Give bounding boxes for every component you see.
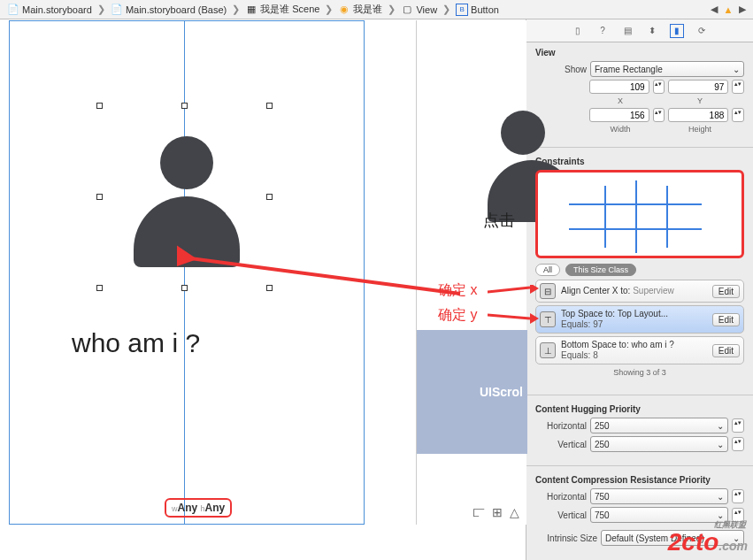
show-label: Show bbox=[535, 65, 587, 74]
storyboard-icon: 📄 bbox=[111, 4, 123, 16]
annotation-x: 确定 x bbox=[438, 281, 477, 300]
w-stepper[interactable]: ▴▾ bbox=[653, 108, 665, 122]
preview-label: 点击 bbox=[483, 210, 515, 231]
chevron-icon: ❯ bbox=[230, 4, 242, 15]
hug-v-stepper[interactable]: ▴▾ bbox=[732, 437, 744, 451]
size-inspector-icon[interactable]: ▮ bbox=[670, 24, 684, 38]
hug-h-stepper[interactable]: ▴▾ bbox=[732, 418, 744, 433]
hug-v-select[interactable]: 250⌄ bbox=[590, 436, 728, 452]
align-icon[interactable]: ⫍ bbox=[473, 505, 485, 519]
edit-button[interactable]: Edit bbox=[712, 313, 740, 326]
warning-icon[interactable]: ▲ bbox=[721, 3, 735, 17]
canvas-area[interactable]: who am i ? wAny hAny ⊞ 点击 UIScrol ⫍⊞△ 确定… bbox=[0, 19, 526, 560]
cr-v-select[interactable]: 750⌄ bbox=[590, 507, 728, 523]
chevron-icon: ❯ bbox=[441, 4, 452, 15]
avatar-button[interactable] bbox=[120, 110, 253, 278]
crumb-1[interactable]: 📄Main.storyboard (Base) bbox=[107, 4, 230, 16]
width-field[interactable] bbox=[589, 108, 649, 122]
view-section-header: View bbox=[535, 48, 744, 58]
h-stepper[interactable]: ▴▾ bbox=[732, 108, 744, 122]
resize-handle[interactable] bbox=[96, 194, 103, 200]
storyboard-canvas[interactable]: who am i ? wAny hAny bbox=[9, 20, 365, 525]
chevron-down-icon: ⌄ bbox=[733, 65, 740, 74]
help-inspector-icon[interactable]: ? bbox=[595, 24, 610, 38]
who-am-i-label[interactable]: who am i ? bbox=[72, 328, 200, 358]
bottom-space-icon: ⊥ bbox=[540, 342, 556, 358]
resize-handle[interactable] bbox=[96, 285, 103, 291]
top-space-icon: ⊤ bbox=[540, 311, 556, 327]
preview-canvas: 点击 UIScrol ⫍⊞△ bbox=[416, 20, 526, 525]
resolve-icon[interactable]: △ bbox=[510, 505, 519, 519]
chevron-icon: ❯ bbox=[323, 4, 334, 15]
edit-button[interactable]: Edit bbox=[712, 285, 740, 298]
y-field[interactable] bbox=[668, 80, 728, 94]
scene-icon: ▦ bbox=[245, 4, 257, 16]
crumb-5[interactable]: BButton bbox=[452, 4, 503, 16]
constraints-tab-all[interactable]: All bbox=[535, 264, 560, 276]
constraint-item[interactable]: ⊟ Align Center X to: Superview Edit bbox=[535, 280, 744, 303]
back-button[interactable]: ◀ bbox=[707, 3, 721, 17]
uiscrollview-preview: UIScrol bbox=[417, 330, 527, 454]
storyboard-icon: 📄 bbox=[7, 4, 19, 16]
constraint-item[interactable]: ⊤ Top Space to: Top Layout...Equals: 97 … bbox=[535, 305, 744, 334]
edit-button[interactable]: Edit bbox=[712, 344, 740, 357]
crumb-0[interactable]: 📄Main.storyboard bbox=[4, 4, 96, 16]
avatar-head-icon bbox=[160, 136, 213, 189]
cr-h-select[interactable]: 750⌄ bbox=[590, 488, 728, 504]
crumb-4[interactable]: ▢View bbox=[397, 4, 441, 16]
align-x-icon: ⊟ bbox=[540, 283, 556, 299]
layout-tools[interactable]: ⫍⊞△ bbox=[473, 505, 519, 519]
identity-inspector-icon[interactable]: ▤ bbox=[620, 24, 634, 38]
size-inspector: ▯ ? ▤ ⬍ ▮ ⟳ View Show Frame Rectangle⌄ ▴… bbox=[526, 19, 753, 560]
x-stepper[interactable]: ▴▾ bbox=[653, 80, 665, 94]
watermark: 红黑联盟 2cto.com bbox=[668, 528, 748, 556]
forward-button[interactable]: ▶ bbox=[735, 3, 749, 17]
constraint-item[interactable]: ⊥ Bottom Space to: who am i ?Equals: 8 E… bbox=[535, 336, 744, 364]
resize-handle[interactable] bbox=[181, 285, 188, 291]
file-inspector-icon[interactable]: ▯ bbox=[571, 24, 585, 38]
resize-handle[interactable] bbox=[266, 194, 273, 200]
resize-handle[interactable] bbox=[181, 103, 188, 109]
annotation-y: 确定 y bbox=[438, 306, 477, 325]
button-icon: B bbox=[456, 4, 468, 16]
resize-handle[interactable] bbox=[96, 103, 103, 109]
y-stepper[interactable]: ▴▾ bbox=[732, 80, 744, 94]
height-field[interactable] bbox=[668, 108, 728, 122]
crumb-3[interactable]: ◉我是谁 bbox=[334, 3, 386, 16]
resize-handle[interactable] bbox=[266, 103, 273, 109]
size-class-picker[interactable]: wAny hAny bbox=[165, 498, 232, 518]
show-select[interactable]: Frame Rectangle⌄ bbox=[590, 61, 744, 77]
crumb-2[interactable]: ▦我是谁 Scene bbox=[242, 3, 323, 16]
resize-handle[interactable] bbox=[266, 285, 273, 291]
connections-inspector-icon[interactable]: ⟳ bbox=[695, 24, 709, 38]
avatar-body-icon bbox=[134, 196, 240, 267]
chevron-icon: ❯ bbox=[96, 4, 107, 15]
pin-icon[interactable]: ⊞ bbox=[492, 505, 503, 519]
inspector-tabs[interactable]: ▯ ? ▤ ⬍ ▮ ⟳ bbox=[526, 19, 753, 42]
hug-h-select[interactable]: 250⌄ bbox=[590, 418, 728, 433]
cr-h-stepper[interactable]: ▴▾ bbox=[732, 489, 744, 503]
attributes-inspector-icon[interactable]: ⬍ bbox=[645, 24, 659, 38]
breadcrumb-bar: 📄Main.storyboard❯ 📄Main.storyboard (Base… bbox=[0, 0, 753, 19]
view-icon: ▢ bbox=[401, 4, 413, 16]
viewcontroller-icon: ◉ bbox=[338, 4, 350, 16]
constraints-tab-this[interactable]: This Size Class bbox=[565, 264, 636, 276]
compression-header: Content Compression Resistance Priority bbox=[535, 475, 744, 485]
x-field[interactable] bbox=[589, 80, 649, 94]
constraints-diagram[interactable] bbox=[535, 170, 744, 258]
showing-count: Showing 3 of 3 bbox=[535, 368, 744, 377]
hugging-header: Content Hugging Priority bbox=[535, 404, 744, 414]
chevron-icon: ❯ bbox=[386, 4, 397, 15]
